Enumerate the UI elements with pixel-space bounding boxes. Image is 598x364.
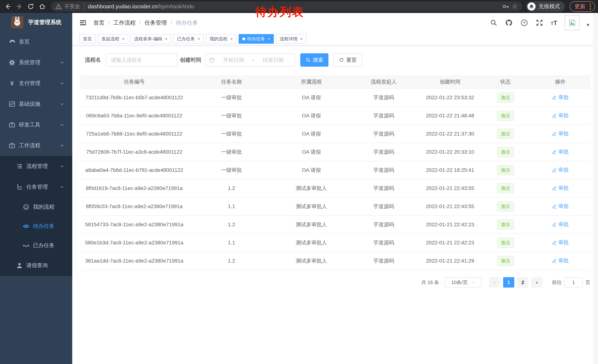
breadcrumb-home[interactable]: 首页 — [93, 19, 105, 27]
sidebar-item-0[interactable]: 首页 — [0, 32, 72, 52]
cell-name: 1.1 — [188, 197, 275, 216]
security-label: 不安全 — [65, 3, 80, 10]
create-time-range-input[interactable]: 开始日期 - 结束日期 — [205, 53, 295, 67]
table-row: 069c6a63-7b8a-11ec-8ef0-acde48001122一级审批… — [80, 107, 590, 125]
tab-2[interactable]: 流程表单-编辑× — [130, 34, 171, 44]
approve-link[interactable]: 审批 — [552, 221, 569, 228]
tab-close-icon[interactable]: × — [300, 36, 303, 41]
cell-process: 测试多审批人 — [275, 252, 348, 270]
sidebar-item-1[interactable]: 系统管理 — [0, 52, 72, 73]
help-icon[interactable]: ? — [520, 19, 528, 27]
approve-link[interactable]: 审批 — [552, 203, 569, 210]
sidebar-item-11[interactable]: 请假查询 — [0, 255, 72, 276]
page-button-1[interactable]: 1 — [503, 277, 514, 288]
tab-label: 流程详情 — [280, 36, 298, 42]
sidebar-item-5[interactable]: 工作流程 — [0, 135, 72, 156]
app-logo[interactable]: 芋道管理系统 — [0, 13, 72, 32]
user-chat-icon — [22, 203, 30, 211]
sidebar-item-8[interactable]: 我的流程 — [0, 197, 72, 217]
tab-close-icon[interactable]: × — [267, 36, 270, 41]
tab-6[interactable]: 流程详情× — [276, 34, 307, 44]
next-page-button[interactable]: › — [531, 277, 542, 288]
fullscreen-icon[interactable] — [536, 19, 543, 27]
approve-link[interactable]: 审批 — [552, 239, 569, 246]
tab-1[interactable]: 发起流程× — [98, 34, 128, 44]
avatar[interactable] — [565, 15, 580, 30]
sidebar-item-4[interactable]: 研发工具 — [0, 114, 72, 135]
navbar: 首页 / 工作流程 / 任务管理 / 待办任务 ? — [72, 13, 598, 32]
cell-created: 2022-01-21 22:41:29 — [419, 252, 481, 270]
avatar-caret-icon[interactable]: ▼ — [586, 22, 590, 28]
process-name-input[interactable]: 请输入流程名 — [106, 53, 177, 67]
sidebar-item-2[interactable]: ¥支付管理 — [0, 73, 72, 94]
edit-pencil-icon — [552, 222, 557, 227]
status-badge: 激活 — [497, 165, 514, 175]
cell-created: 2022-01-22 21:37:30 — [419, 125, 481, 143]
approve-link[interactable]: 审批 — [552, 166, 569, 173]
github-icon[interactable] — [505, 19, 513, 27]
svg-text:?: ? — [523, 21, 525, 25]
tree-icon — [15, 183, 24, 191]
page-buttons: ‹12› — [489, 277, 542, 288]
sidebar-item-3[interactable]: 基础设施 — [0, 94, 72, 114]
key-icon[interactable] — [502, 3, 509, 10]
start-date-placeholder[interactable]: 开始日期 — [216, 57, 251, 64]
approve-link[interactable]: 审批 — [552, 257, 569, 264]
tab-close-icon[interactable]: × — [198, 36, 200, 41]
search-button[interactable]: 搜索 — [300, 53, 328, 67]
list-icon — [15, 162, 24, 170]
status-badge: 激活 — [497, 92, 514, 103]
scrollbar[interactable] — [594, 13, 598, 364]
tab-label: 首页 — [83, 36, 92, 42]
filter-form: 流程名 请输入流程名 创建时间 开始日期 - 结束日期 — [85, 53, 598, 67]
tab-4[interactable]: 我的流程× — [206, 34, 236, 44]
cell-id: 58154733-7ac8-11ec-a9e2-a2380e71991a — [80, 216, 188, 234]
page-button-2[interactable]: 2 — [517, 277, 528, 288]
page-size-select[interactable]: 10条/页 — [445, 277, 482, 288]
cell-created: 2022-01-22 18:25:41 — [419, 161, 481, 179]
cell-created: 2022-01-22 21:48:48 — [419, 107, 481, 125]
url-path: /bpm/task/todo — [158, 3, 194, 9]
tab-close-icon[interactable]: × — [230, 36, 233, 41]
browser-forward-icon[interactable] — [15, 2, 24, 11]
browser-menu-icon[interactable] — [589, 3, 592, 10]
approve-link[interactable]: 审批 — [552, 94, 569, 101]
search-icon[interactable] — [490, 19, 498, 26]
browser-update-button[interactable]: 更新 — [570, 1, 595, 12]
breadcrumb-workflow[interactable]: 工作流程 — [113, 19, 136, 27]
sidebar-item-9[interactable]: 待办任务 — [0, 217, 72, 236]
breadcrumb-task-mgmt[interactable]: 任务管理 — [145, 19, 167, 27]
eye-closed-icon — [22, 242, 30, 249]
cell-process: OA 请假 — [275, 161, 348, 179]
tab-close-icon[interactable]: × — [165, 36, 167, 41]
browser-reload-icon[interactable] — [26, 2, 36, 11]
sidebar-item-6[interactable]: 流程管理 — [0, 156, 72, 177]
status-badge: 激活 — [497, 129, 514, 139]
approve-link[interactable]: 审批 — [552, 130, 569, 137]
sidebar-menu: 首页系统管理¥支付管理基础设施研发工具工作流程流程管理任务管理我的流程待办任务已… — [0, 32, 72, 276]
tab-5[interactable]: 待办任务× — [239, 34, 274, 44]
goto-page-input[interactable]: 1 — [564, 277, 583, 288]
approve-link[interactable]: 审批 — [552, 112, 569, 119]
bookmark-star-icon[interactable]: ☆ — [512, 3, 518, 10]
reset-button[interactable]: 重置 — [333, 53, 362, 67]
cell-starter: 芋道源码 — [348, 252, 419, 270]
sidebar-collapse-icon[interactable] — [79, 19, 87, 27]
approve-link[interactable]: 审批 — [552, 148, 569, 155]
sidebar-item-label: 基础设施 — [19, 100, 40, 108]
browser-home-icon[interactable] — [37, 2, 47, 11]
tab-3[interactable]: 已办任务× — [173, 34, 204, 44]
sidebar-item-10[interactable]: 已办任务 — [0, 236, 72, 255]
prev-page-button[interactable]: ‹ — [489, 277, 500, 288]
tab-0[interactable]: 首页 — [79, 34, 96, 44]
sidebar-item-7[interactable]: 任务管理 — [0, 177, 72, 197]
font-size-icon[interactable]: TT — [551, 19, 557, 26]
url-divider — [84, 3, 84, 10]
approve-link[interactable]: 审批 — [552, 185, 569, 192]
cell-created: 2022-01-22 20:33:10 — [419, 143, 481, 161]
cell-id: 580e1b3d-7ac8-11ec-a9e2-a2380e71991a — [80, 234, 188, 252]
tab-close-icon[interactable]: × — [122, 36, 125, 41]
browser-back-icon[interactable] — [3, 2, 13, 11]
end-date-placeholder[interactable]: 结束日期 — [256, 57, 291, 64]
url-host: dashboard.yudao.iocoder.cn — [88, 3, 158, 9]
